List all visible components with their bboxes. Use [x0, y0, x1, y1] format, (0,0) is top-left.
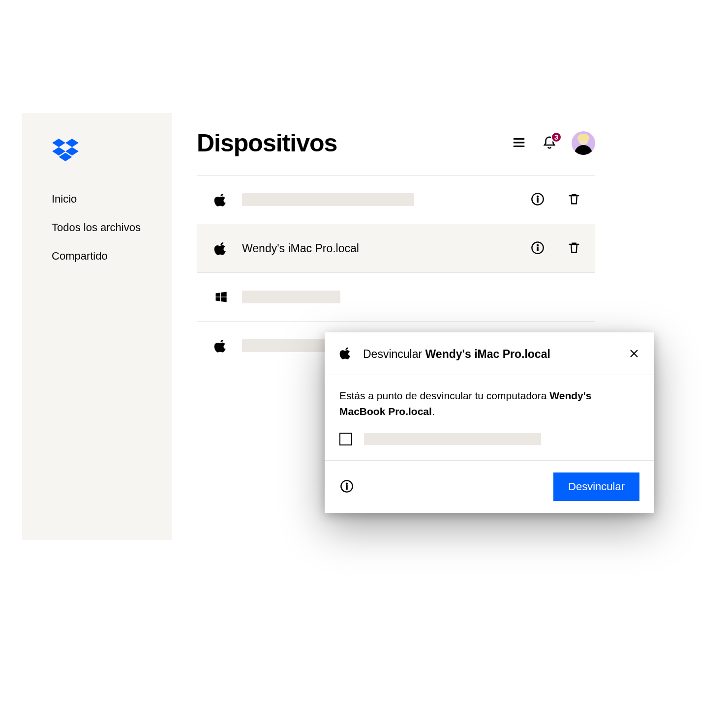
- device-info-button[interactable]: [530, 192, 545, 207]
- notifications-button[interactable]: 3: [541, 135, 558, 151]
- dialog-info-button[interactable]: [339, 479, 354, 494]
- info-icon: [340, 479, 354, 495]
- sidebar-item-home[interactable]: Inicio: [52, 193, 172, 206]
- dialog-header: Desvincular Wendy's iMac Pro.local: [325, 332, 654, 375]
- dialog-message: Estás a punto de desvincular tu computad…: [339, 388, 639, 419]
- trash-icon: [567, 241, 581, 256]
- apple-icon: [339, 346, 352, 362]
- device-delete-button[interactable]: [567, 192, 581, 207]
- device-name-placeholder: [242, 291, 340, 303]
- avatar[interactable]: [572, 131, 595, 155]
- close-icon: [629, 353, 639, 360]
- device-name: Wendy's iMac Pro.local: [242, 242, 516, 255]
- apple-icon: [213, 192, 228, 207]
- device-name: [242, 291, 581, 303]
- dialog-footer: Desvincular: [325, 461, 654, 513]
- dialog-title-device: Wendy's iMac Pro.local: [425, 348, 550, 360]
- dialog-body-prefix: Estás a punto de desvincular tu computad…: [339, 390, 549, 401]
- info-icon: [531, 192, 545, 207]
- dialog-title: Desvincular Wendy's iMac Pro.local: [363, 348, 618, 361]
- sidebar-item-shared[interactable]: Compartido: [52, 250, 172, 263]
- device-row[interactable]: [197, 273, 595, 322]
- dialog-close-button[interactable]: [629, 348, 639, 360]
- device-name-placeholder: [242, 193, 414, 206]
- dialog-title-prefix: Desvincular: [363, 348, 425, 360]
- dialog-option-row: [339, 433, 639, 445]
- device-row[interactable]: [197, 176, 595, 224]
- unlink-dialog: Desvincular Wendy's iMac Pro.local Estás…: [325, 332, 654, 513]
- device-name: [242, 193, 516, 206]
- apple-icon: [213, 241, 228, 256]
- notification-badge: 3: [551, 132, 562, 143]
- device-delete-button[interactable]: [567, 241, 581, 256]
- dropbox-icon: [52, 154, 79, 163]
- windows-icon: [213, 290, 228, 304]
- device-row-actions: [530, 192, 581, 207]
- dialog-checkbox[interactable]: [339, 433, 352, 445]
- device-row[interactable]: Wendy's iMac Pro.local: [197, 224, 595, 273]
- menu-icon: [512, 135, 526, 151]
- device-info-button[interactable]: [530, 241, 545, 256]
- apple-icon: [213, 338, 228, 353]
- device-row-actions: [530, 241, 581, 256]
- sidebar: Inicio Todos los archivos Compartido: [22, 113, 172, 540]
- brand-logo[interactable]: [22, 138, 172, 193]
- header-actions: 3: [511, 131, 595, 155]
- sidebar-nav: Inicio Todos los archivos Compartido: [22, 193, 172, 263]
- trash-icon: [567, 192, 581, 207]
- page-header: Dispositivos 3: [197, 129, 595, 176]
- dialog-option-placeholder: [364, 433, 541, 445]
- menu-button[interactable]: [511, 135, 527, 151]
- dialog-body-suffix: .: [432, 406, 435, 417]
- dialog-body: Estás a punto de desvincular tu computad…: [325, 375, 654, 461]
- info-icon: [531, 241, 545, 256]
- unlink-confirm-button[interactable]: Desvincular: [553, 472, 639, 501]
- sidebar-item-all-files[interactable]: Todos los archivos: [52, 221, 172, 234]
- page-title: Dispositivos: [197, 129, 337, 157]
